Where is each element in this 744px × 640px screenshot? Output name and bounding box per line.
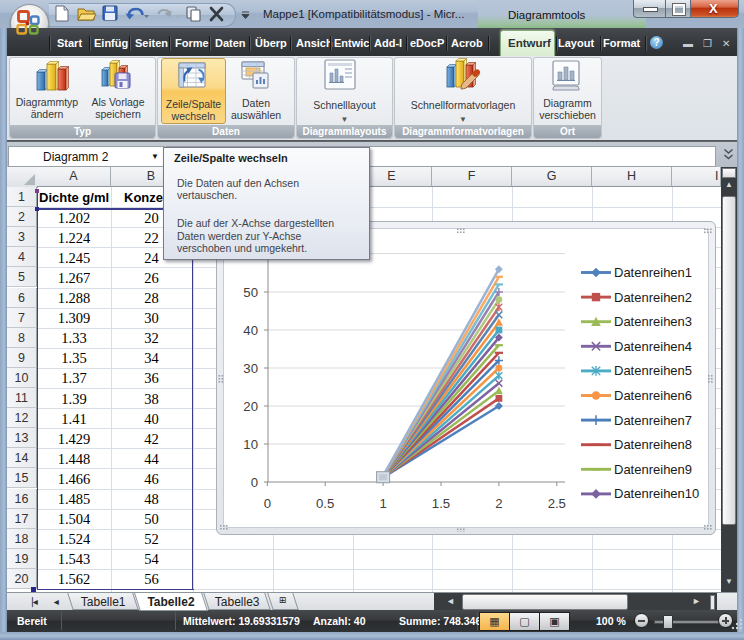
svg-text:2: 2 xyxy=(495,496,502,511)
svg-text:Datenreihen9: Datenreihen9 xyxy=(614,462,692,477)
svg-text:Datenreihen10: Datenreihen10 xyxy=(614,486,699,501)
svg-text:Datenreihen2: Datenreihen2 xyxy=(614,290,692,305)
svg-text:Datenreihen6: Datenreihen6 xyxy=(614,388,692,403)
svg-text:Datenreihen8: Datenreihen8 xyxy=(614,437,692,452)
svg-text:Datenreihen1: Datenreihen1 xyxy=(614,265,692,280)
svg-text:Datenreihen4: Datenreihen4 xyxy=(614,339,692,354)
svg-text:Datenreihen7: Datenreihen7 xyxy=(614,413,692,428)
svg-text:1.5: 1.5 xyxy=(432,496,450,511)
svg-text:Datenreihen3: Datenreihen3 xyxy=(614,314,692,329)
svg-text:0: 0 xyxy=(264,496,271,511)
svg-text:0.5: 0.5 xyxy=(316,496,334,511)
svg-text:20: 20 xyxy=(243,399,258,414)
svg-text:0: 0 xyxy=(251,475,258,490)
svg-text:Datenreihen5: Datenreihen5 xyxy=(614,363,692,378)
svg-text:40: 40 xyxy=(243,323,258,338)
svg-text:2.5: 2.5 xyxy=(548,496,566,511)
svg-text:10: 10 xyxy=(243,437,258,452)
svg-text:50: 50 xyxy=(243,285,258,300)
svg-text:1: 1 xyxy=(379,496,386,511)
svg-text:30: 30 xyxy=(243,361,258,376)
